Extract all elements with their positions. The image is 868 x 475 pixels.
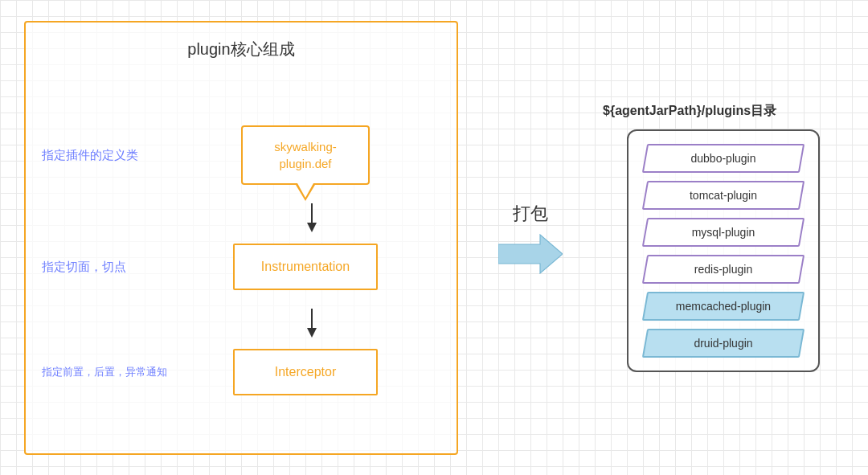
flow-row-1: 指定插件的定义类 skywalking- plugin.def bbox=[26, 125, 457, 185]
skywalking-box-wrapper: skywalking- plugin.def bbox=[170, 125, 440, 185]
down-arrow-icon-1 bbox=[302, 203, 321, 235]
plugins-box: dubbo-plugintomcat-pluginmysql-pluginred… bbox=[627, 129, 820, 372]
plugin-label: mysql-plugin bbox=[692, 226, 755, 239]
flow-row-3: 指定前置，后置，异常通知 Interceptor bbox=[26, 349, 457, 395]
right-arrow-icon bbox=[498, 234, 563, 274]
plugin-label: druid-plugin bbox=[694, 337, 752, 350]
flow-area: 指定插件的定义类 skywalking- plugin.def 指定切面，切点 bbox=[26, 84, 457, 453]
interceptor-box: Interceptor bbox=[233, 349, 378, 395]
dir-title-prefix: ${agentJarPath}/ bbox=[603, 104, 705, 117]
down-arrow-icon-2 bbox=[302, 309, 321, 341]
dir-title: ${agentJarPath}/plugins目录 bbox=[603, 103, 776, 120]
arrow-down-1 bbox=[162, 199, 321, 240]
right-panel: ${agentJarPath}/plugins目录 dubbo-pluginto… bbox=[603, 103, 844, 372]
plugin-item: redis-plugin bbox=[645, 255, 802, 284]
plugin-label: tomcat-plugin bbox=[690, 189, 757, 202]
plugin-item: dubbo-plugin bbox=[645, 144, 802, 173]
dir-title-suffix: 目录 bbox=[751, 104, 776, 117]
plugin-item: tomcat-plugin bbox=[645, 181, 802, 210]
plugin-label: memcached-plugin bbox=[676, 300, 771, 313]
instrumentation-box: Instrumentation bbox=[233, 244, 378, 290]
main-container: plugin核心组成 指定插件的定义类 skywalking- plugin.d… bbox=[0, 0, 868, 475]
plugin-label: dubbo-plugin bbox=[691, 152, 756, 165]
arrow-down-2 bbox=[162, 305, 321, 345]
plugin-item: druid-plugin bbox=[645, 329, 802, 358]
label-interceptor: 指定前置，后置，异常通知 bbox=[42, 365, 170, 379]
svg-marker-3 bbox=[307, 328, 317, 338]
left-panel: plugin核心组成 指定插件的定义类 skywalking- plugin.d… bbox=[24, 21, 458, 455]
instrumentation-box-wrapper: Instrumentation bbox=[170, 244, 440, 290]
skywalking-plugin-box: skywalking- plugin.def bbox=[241, 125, 370, 185]
interceptor-box-wrapper: Interceptor bbox=[170, 349, 440, 395]
plugin-label: redis-plugin bbox=[694, 263, 752, 276]
middle-area: 打包 bbox=[482, 202, 579, 274]
svg-marker-1 bbox=[307, 223, 317, 232]
flow-row-2: 指定切面，切点 Instrumentation bbox=[26, 244, 457, 290]
label-instrumentation: 指定切面，切点 bbox=[42, 260, 170, 275]
plugin-item: memcached-plugin bbox=[645, 292, 802, 321]
panel-title: plugin核心组成 bbox=[187, 39, 294, 60]
pack-label: 打包 bbox=[513, 202, 548, 226]
svg-marker-4 bbox=[498, 235, 563, 273]
plugin-item: mysql-plugin bbox=[645, 218, 802, 247]
label-definition: 指定插件的定义类 bbox=[42, 148, 170, 163]
dir-title-bold: plugins bbox=[705, 104, 751, 117]
